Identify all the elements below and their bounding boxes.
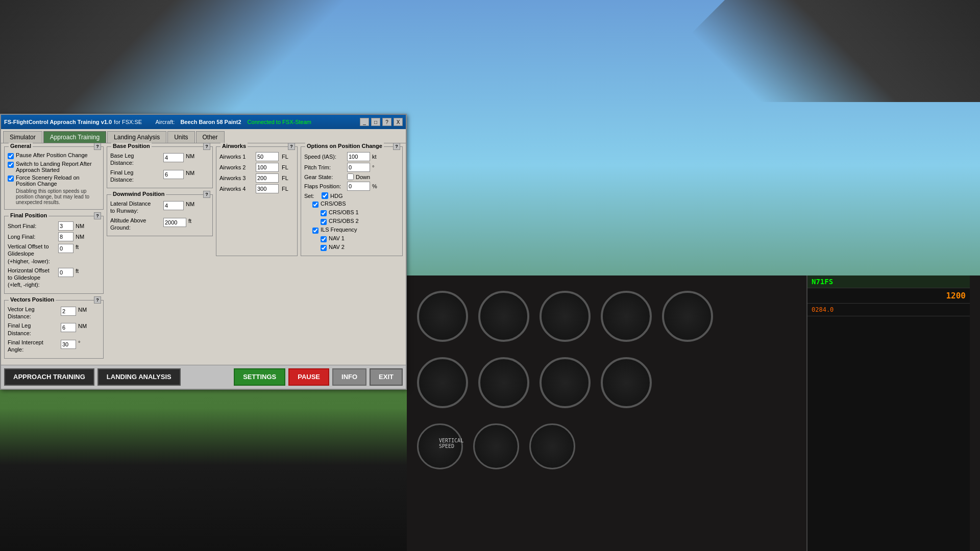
flaps-position-label: Flaps Position:	[304, 183, 345, 189]
exit-button[interactable]: EXIT	[370, 368, 403, 386]
general-note: Disabling this option speeds up position…	[16, 188, 100, 205]
flaps-position-row: Flaps Position: %	[304, 182, 399, 191]
bottom-right-buttons: SETTINGS PAUSE INFO EXIT	[234, 368, 403, 386]
airworks-3-label: Airworks 3	[219, 175, 253, 181]
lateral-distance-input[interactable]	[163, 201, 184, 210]
aircraft-label: Aircraft:	[155, 119, 175, 125]
vector-leg-label: Vector LegDistance:	[8, 306, 59, 320]
force-scenery-label: Force Scenery Reload on Position Change	[16, 174, 100, 187]
tab-simulator[interactable]: Simulator	[3, 131, 42, 143]
speed-row: Speed (IAS): kt	[304, 152, 399, 161]
nav2-checkbox[interactable]	[321, 245, 327, 251]
pitch-trim-input[interactable]	[347, 163, 370, 172]
altitude-above-ground-input[interactable]	[163, 218, 186, 227]
downwind-position-help-button[interactable]: ?	[203, 191, 210, 198]
minimize-button[interactable]: _	[360, 118, 369, 126]
maximize-button[interactable]: □	[371, 118, 380, 126]
hdg-checkbox[interactable]	[322, 192, 328, 199]
airworks-3-row: Airworks 3 FL	[219, 173, 294, 183]
base-downwind-column: Base Position ? Base LegDistance: NM Fin…	[107, 146, 213, 259]
vertical-offset-row: Vertical Offset toGlideslope(+higher, -l…	[8, 243, 100, 265]
short-final-input[interactable]	[58, 221, 74, 231]
tab-other[interactable]: Other	[196, 131, 225, 143]
set-row: Set: HDG	[304, 192, 399, 199]
altitude-above-ground-unit: ft	[188, 218, 191, 224]
vertical-offset-input[interactable]	[58, 244, 74, 253]
airworks-title: Airworks	[220, 143, 248, 149]
options-help-button[interactable]: ?	[393, 143, 400, 150]
ils-freq-checkbox[interactable]	[312, 228, 318, 234]
base-position-title: Base Position	[111, 143, 152, 149]
settings-button[interactable]: SETTINGS	[234, 368, 285, 386]
airworks-help-button[interactable]: ?	[288, 143, 295, 150]
info-button[interactable]: INFO	[332, 368, 366, 386]
ils-freq-row: ILS Frequency	[312, 227, 399, 234]
tab-landing-analysis[interactable]: Landing Analysis	[107, 131, 166, 143]
airworks-2-row: Airworks 2 FL	[219, 163, 294, 172]
airworks-3-input[interactable]	[256, 173, 279, 183]
base-position-help-button[interactable]: ?	[203, 143, 210, 150]
flaps-position-input[interactable]	[347, 182, 370, 191]
airworks-2-input[interactable]	[256, 163, 279, 172]
base-leg-input[interactable]	[163, 153, 184, 162]
lateral-distance-unit: NM	[186, 201, 194, 207]
approach-training-button[interactable]: APPROACH TRAINING	[4, 368, 94, 386]
nav1-checkbox[interactable]	[321, 236, 327, 242]
long-final-input[interactable]	[58, 232, 74, 241]
landing-analysis-button[interactable]: LANDING ANALYSIS	[97, 368, 181, 386]
pitch-trim-unit: °	[372, 164, 374, 170]
connection-status: Connected to FSX-Steam	[248, 119, 311, 125]
horizontal-offset-input[interactable]	[58, 268, 74, 277]
crs-obs2-checkbox[interactable]	[321, 219, 327, 225]
pause-after-position-checkbox[interactable]	[8, 153, 14, 159]
crs-obs1-label: CRS/OBS 1	[329, 209, 359, 215]
airworks-2-label: Airworks 2	[219, 164, 253, 170]
speed-input[interactable]	[347, 152, 370, 161]
short-final-row: Short Final: NM	[8, 221, 100, 231]
vector-leg-row: Vector LegDistance: NM	[8, 306, 100, 320]
vectors-final-leg-input[interactable]	[61, 323, 76, 332]
ils-freq-label: ILS Frequency	[321, 227, 357, 233]
vectors-position-content: Vector LegDistance: NM Final LegDistance…	[8, 303, 100, 354]
switch-to-landing-checkbox[interactable]	[8, 162, 14, 168]
airworks-1-label: Airworks 1	[219, 154, 253, 160]
crs-obs1-checkbox[interactable]	[321, 210, 327, 216]
speed-label: Speed (IAS):	[304, 154, 345, 160]
airworks-3-unit: FL	[282, 175, 288, 181]
vector-leg-input[interactable]	[61, 307, 76, 316]
crs-obs2-row: CRS/OBS 2	[321, 218, 399, 225]
pause-after-position-label: Pause After Position Change	[16, 152, 88, 158]
options-position-change-group: Options on Position Change ? Speed (IAS)…	[301, 146, 403, 256]
general-content: Pause After Position Change Switch to La…	[8, 149, 100, 205]
crs-obs-checkbox[interactable]	[312, 202, 318, 208]
close-button[interactable]: X	[394, 118, 403, 126]
airworks-2-unit: FL	[282, 164, 288, 170]
vector-leg-unit: NM	[78, 307, 87, 313]
vectors-position-help-button[interactable]: ?	[94, 296, 101, 304]
final-intercept-input[interactable]	[61, 340, 76, 349]
force-scenery-checkbox[interactable]	[8, 176, 14, 182]
tab-units[interactable]: Units	[167, 131, 194, 143]
pause-after-position-row: Pause After Position Change	[8, 152, 100, 159]
gear-state-checkbox[interactable]	[347, 173, 354, 180]
title-bar-left: FS-FlightControl Approach Training v1.0 …	[4, 119, 311, 125]
short-final-unit: NM	[76, 223, 84, 229]
base-final-leg-label: Final LegDistance:	[110, 169, 161, 184]
vertical-offset-unit: ft	[76, 244, 79, 250]
final-position-help-button[interactable]: ?	[94, 212, 101, 219]
bottom-left-buttons: APPROACH TRAINING LANDING ANALYSIS	[4, 368, 181, 386]
vectors-final-leg-label: Final LegDistance:	[8, 322, 59, 337]
help-button[interactable]: ?	[382, 118, 391, 126]
gear-state-value: Down	[356, 174, 370, 180]
airworks-1-input[interactable]	[256, 152, 279, 161]
general-help-button[interactable]: ?	[94, 143, 101, 150]
tab-approach-training[interactable]: Approach Training	[43, 131, 106, 143]
lateral-distance-row: Lateral Distanceto Runway: NM	[110, 200, 209, 215]
final-intercept-unit: °	[78, 340, 80, 346]
general-group: General ? Pause After Position Change Sw…	[4, 146, 104, 210]
flaps-position-unit: %	[372, 183, 377, 189]
airworks-4-input[interactable]	[256, 184, 279, 193]
downwind-position-content: Lateral Distanceto Runway: NM Altitude A…	[110, 197, 209, 231]
base-final-leg-input[interactable]	[163, 170, 184, 179]
pause-button[interactable]: PAUSE	[288, 368, 329, 386]
